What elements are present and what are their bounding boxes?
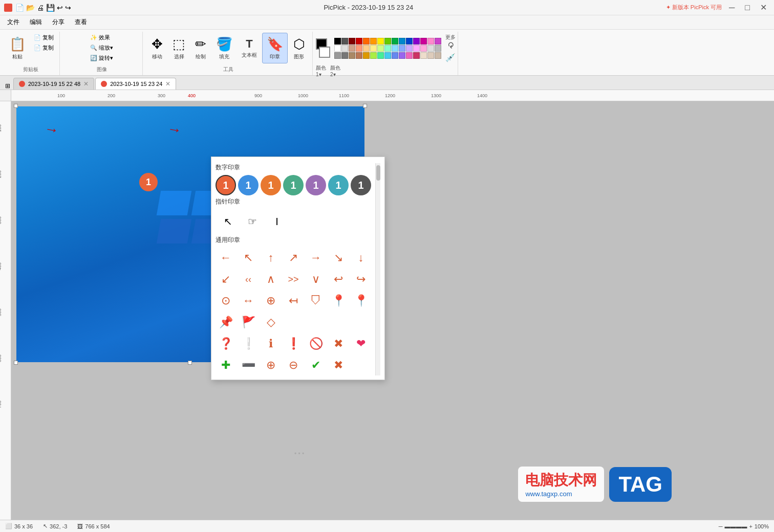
eyedropper-button[interactable]: 💉 bbox=[445, 53, 456, 62]
gi-info[interactable]: ℹ bbox=[261, 334, 281, 354]
gi-up-arrow[interactable]: ↑ bbox=[261, 248, 281, 268]
gi-left-arrow[interactable]: ← bbox=[216, 248, 236, 268]
rotate-button[interactable]: 🔄旋转▾ bbox=[88, 53, 116, 63]
new-icon[interactable]: 📄 bbox=[15, 4, 24, 12]
gi-cross-circle[interactable]: ✖ bbox=[328, 334, 349, 354]
restore-button[interactable]: □ bbox=[742, 3, 753, 12]
gi-circle-down[interactable]: ⊕ bbox=[261, 291, 281, 311]
stamp-button[interactable]: 🔖 印章 bbox=[262, 33, 288, 63]
more-colors-button[interactable]: 更多 bbox=[445, 34, 456, 41]
stamp-num-5[interactable]: 1 bbox=[306, 175, 326, 195]
stamp-num-1[interactable]: 1 bbox=[216, 175, 236, 195]
gi-x[interactable]: ✖ bbox=[328, 355, 349, 375]
draw-button[interactable]: ✏ 绘制 bbox=[190, 33, 211, 63]
tab-close-0[interactable]: ✕ bbox=[83, 80, 89, 87]
open-icon[interactable]: 📂 bbox=[26, 4, 35, 12]
handle-top-left[interactable] bbox=[14, 104, 18, 108]
gi-minus[interactable]: ➖ bbox=[238, 355, 259, 375]
gi-upright-arrow[interactable]: ↗ bbox=[283, 248, 304, 268]
stamp-num-4[interactable]: 1 bbox=[283, 175, 304, 195]
gi-down-arrow[interactable]: ↓ bbox=[351, 248, 371, 268]
paste-button[interactable]: 📋 粘贴 bbox=[5, 33, 30, 63]
stamp-num-3[interactable]: 1 bbox=[261, 175, 281, 195]
tab-1[interactable]: 2023-10-19 15 23 24 ✕ bbox=[95, 78, 176, 90]
svg-text:1300: 1300 bbox=[431, 93, 441, 98]
stamp-num-7[interactable]: 1 bbox=[351, 175, 371, 195]
gi-exclaim[interactable]: ❕ bbox=[238, 334, 259, 354]
ruler-corner bbox=[0, 90, 11, 101]
zoom-button[interactable]: 🔍缩放▾ bbox=[88, 43, 116, 53]
gi-down-small[interactable]: ∨ bbox=[306, 269, 326, 290]
gi-left-to[interactable]: ↤ bbox=[283, 291, 304, 311]
menu-view[interactable]: 查看 bbox=[70, 16, 92, 29]
refresh-color-button[interactable]: ⟳ bbox=[446, 42, 456, 52]
gi-upleft-arrow[interactable]: ↖ bbox=[238, 248, 259, 268]
gi-circle-up[interactable]: ⊙ bbox=[216, 291, 236, 311]
handle-bottom-left[interactable] bbox=[14, 361, 18, 365]
gi-heart[interactable]: ❤ bbox=[351, 334, 371, 354]
svg-text:700: 700 bbox=[0, 401, 2, 408]
menu-share[interactable]: 分享 bbox=[47, 16, 70, 29]
menu-file[interactable]: 文件 bbox=[2, 16, 25, 29]
undo-icon[interactable]: ↩ bbox=[57, 4, 63, 12]
select-button[interactable]: ⬚ 选择 bbox=[168, 33, 189, 63]
zoom-minus-button[interactable]: ─ bbox=[719, 523, 723, 529]
gi-bookmark[interactable]: ⛉ bbox=[306, 291, 326, 311]
canvas-container[interactable]: ↓ ↓ 1 电脑技术网 www.tagxp.com TAG bbox=[11, 101, 774, 520]
gi-question[interactable]: ❓ bbox=[216, 334, 236, 354]
gi-pin1[interactable]: 📍 bbox=[328, 291, 349, 311]
gi-diamond[interactable]: ◇ bbox=[261, 312, 281, 332]
fill-button[interactable]: 🪣 填充 bbox=[212, 33, 236, 63]
gi-pin2[interactable]: 📍 bbox=[351, 291, 371, 311]
move-button[interactable]: ✥ 移动 bbox=[147, 33, 167, 63]
color2-swatch[interactable] bbox=[319, 47, 330, 58]
gi-leftright[interactable]: ↔ bbox=[238, 291, 259, 311]
close-button[interactable]: ✕ bbox=[757, 3, 770, 12]
gi-plus[interactable]: ✚ bbox=[216, 355, 236, 375]
gi-no[interactable]: 🚫 bbox=[306, 334, 326, 354]
tabs-grid-button[interactable]: ⊞ bbox=[4, 81, 11, 90]
tab-close-1[interactable]: ✕ bbox=[165, 80, 170, 87]
gi-warn[interactable]: ❗ bbox=[283, 334, 304, 354]
gi-downleft-arrow[interactable]: ↙ bbox=[216, 269, 236, 290]
stamp-num-2[interactable]: 1 bbox=[238, 175, 259, 195]
gi-minus-circle[interactable]: ⊖ bbox=[283, 355, 304, 375]
save-icon[interactable]: 💾 bbox=[46, 4, 55, 12]
gi-check[interactable]: ✔ bbox=[306, 355, 326, 375]
copy-all-button[interactable]: 📄复制 bbox=[31, 43, 56, 53]
handle-bottom-center[interactable] bbox=[188, 361, 192, 365]
status-canvas-size: 🖼 766 x 584 bbox=[77, 523, 110, 529]
gi-right-small[interactable]: >> bbox=[283, 269, 304, 290]
dropdown-scrollbar[interactable] bbox=[375, 163, 380, 375]
cursor-arrow[interactable]: ↖ bbox=[218, 211, 238, 232]
gi-pushpin[interactable]: 📌 bbox=[216, 312, 236, 332]
gi-up-small[interactable]: ∧ bbox=[261, 269, 281, 290]
app-icon bbox=[4, 4, 12, 12]
gi-return-right[interactable]: ↪ bbox=[351, 269, 371, 290]
gi-return-left[interactable]: ↩ bbox=[328, 269, 349, 290]
gi-left-small[interactable]: ‹‹ bbox=[238, 269, 259, 290]
tab-0[interactable]: 2023-10-19 15 22 48 ✕ bbox=[13, 78, 94, 90]
menu-edit[interactable]: 编辑 bbox=[25, 16, 47, 29]
zoom-plus-button[interactable]: + bbox=[749, 523, 752, 529]
effect-button[interactable]: ✨效果 bbox=[88, 33, 116, 42]
shape-button[interactable]: ⬡ 图形 bbox=[289, 33, 309, 63]
scrollbar-thumb[interactable] bbox=[376, 165, 380, 181]
print-icon[interactable]: 🖨 bbox=[37, 4, 44, 12]
cursor-text[interactable]: I bbox=[267, 211, 287, 232]
minimize-button[interactable]: ─ bbox=[726, 3, 738, 12]
update-notice[interactable]: ✦ 新版本 PicPick 可用 bbox=[666, 4, 722, 11]
handle-top-right[interactable] bbox=[363, 104, 367, 108]
copy-button[interactable]: 📄复制 bbox=[31, 33, 56, 42]
cursor-hand[interactable]: ☞ bbox=[242, 211, 263, 232]
gi-plus-circle[interactable]: ⊕ bbox=[261, 355, 281, 375]
gi-flag[interactable]: 🚩 bbox=[238, 312, 259, 332]
redo-icon[interactable]: ↪ bbox=[65, 4, 71, 12]
toolbar: 📋 粘贴 📄复制 📄复制 剪贴板 ✨效果 🔍缩放▾ bbox=[0, 30, 774, 76]
textbox-button[interactable]: T 文本框 bbox=[238, 33, 261, 63]
stamp-num-6[interactable]: 1 bbox=[328, 175, 349, 195]
palette-black[interactable] bbox=[334, 38, 341, 45]
zoom-slider[interactable]: ▬▬▬▬ bbox=[724, 523, 747, 529]
gi-right-arrow[interactable]: → bbox=[306, 248, 326, 268]
gi-downright-arrow[interactable]: ↘ bbox=[328, 248, 349, 268]
